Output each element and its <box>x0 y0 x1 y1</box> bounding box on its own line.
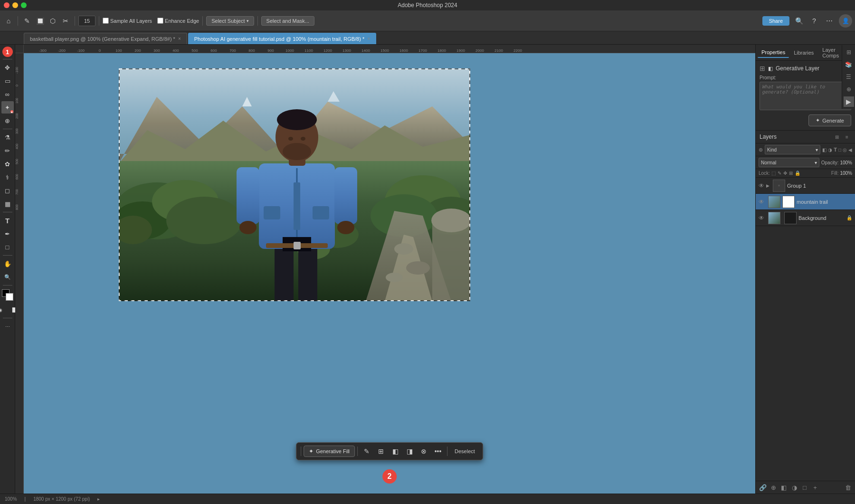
share-button[interactable]: Share <box>762 16 789 26</box>
layer-pixel-icon[interactable]: ◧ <box>822 147 826 152</box>
color-swatches[interactable] <box>2 289 13 301</box>
filter-dropdown[interactable]: Kind ▾ <box>765 145 820 154</box>
tool-option-2[interactable]: 🔲 <box>34 15 46 27</box>
angle-input[interactable]: 15 <box>78 16 95 26</box>
tool-option-1[interactable]: ✎ <box>21 15 33 27</box>
eraser-tool[interactable]: ◻ <box>1 184 14 197</box>
add-mask-button[interactable]: ◧ <box>779 483 788 492</box>
float-brush-tool[interactable]: ✎ <box>360 445 373 458</box>
lock-image-icon[interactable]: ✎ <box>778 171 781 176</box>
text-tool[interactable]: T <box>1 214 14 227</box>
enhance-edge-checkbox[interactable] <box>157 18 163 24</box>
tab-mountain[interactable]: Photoshop AI generative fill tutorial.ps… <box>188 33 376 44</box>
magic-wand-tool[interactable]: ✦ ● <box>1 101 14 114</box>
move-tool[interactable]: ✥ <box>1 61 14 74</box>
shape-tool[interactable]: □ <box>1 241 14 253</box>
marquee-tool[interactable]: ▭ <box>1 75 14 87</box>
gradient-tool[interactable]: ▦ <box>1 198 14 210</box>
float-transform-tool[interactable]: ⊞ <box>374 445 388 458</box>
home-button[interactable]: ⌂ <box>3 15 14 27</box>
healing-tool[interactable]: ⚕ <box>1 171 14 183</box>
fill-value[interactable]: 100% <box>840 171 852 176</box>
generate-button[interactable]: ✦ Generate <box>808 114 851 126</box>
select-subject-button[interactable]: Select Subject ▾ <box>206 16 254 26</box>
float-gradient-tool[interactable]: ◨ <box>403 445 416 458</box>
layers-collapse-btn[interactable]: ≡ <box>843 133 851 141</box>
opacity-value[interactable]: 100% <box>840 160 852 165</box>
layer-group-1[interactable]: 👁 ▶ ▫ Group 1 <box>756 178 855 194</box>
prompt-input[interactable] <box>760 82 851 110</box>
layer-text-icon[interactable]: T <box>834 147 837 152</box>
delete-layer-button[interactable]: 🗑 <box>844 483 852 492</box>
create-adj-layer-button[interactable]: ◑ <box>790 483 798 492</box>
blend-mode-dropdown[interactable]: Normal ▾ <box>759 158 819 167</box>
layer-mountain-trail[interactable]: 👁 mountain trail <box>756 194 855 210</box>
canvas-content[interactable]: ✦ Generative Fill ✎ ⊞ ◧ ◨ ⊗ ••• Deselect… <box>24 53 755 494</box>
new-layer-button[interactable]: + <box>811 483 819 492</box>
layer-shape-icon[interactable]: □ <box>838 147 841 152</box>
layer-smart-icon[interactable]: ◎ <box>843 147 847 152</box>
float-filter-tool[interactable]: ⊗ <box>417 445 430 458</box>
background-visibility-icon[interactable]: 👁 <box>759 215 766 221</box>
lasso-tool[interactable]: ∞ <box>1 88 14 100</box>
minimize-button[interactable] <box>12 2 18 8</box>
right-panel: ⊞ 📚 ☰ ⊕ ▶ Properties Libraries Layer Com… <box>755 45 855 494</box>
tab-mountain-close[interactable]: × <box>367 36 370 41</box>
layer-background[interactable]: 👁 Background 🔒 <box>756 210 855 226</box>
quick-mask-button[interactable]: ◉ <box>0 304 7 316</box>
enhance-edge-label[interactable]: Enhance Edge <box>165 18 199 24</box>
float-more-button[interactable]: ••• <box>431 445 445 458</box>
window-controls[interactable] <box>4 2 27 8</box>
add-layer-style-button[interactable]: ⊕ <box>769 483 778 492</box>
zoom-level[interactable]: 100% <box>5 496 17 502</box>
panel-icon-1[interactable]: ⊞ <box>844 47 854 57</box>
new-group-button[interactable]: □ <box>800 483 809 492</box>
layer-adj-icon[interactable]: ◑ <box>828 147 832 152</box>
sample-all-layers-checkbox[interactable] <box>103 18 109 24</box>
mountain-trail-visibility-icon[interactable]: 👁 <box>759 199 766 205</box>
prompt-label: Prompt: <box>760 75 851 80</box>
status-arrow[interactable]: ▸ <box>97 496 100 502</box>
avatar[interactable]: 👤 <box>839 14 852 28</box>
filter-toggle[interactable]: ◀ <box>848 147 852 152</box>
panel-icon-4[interactable]: ⊕ <box>844 84 854 95</box>
panel-icon-2[interactable]: 📚 <box>844 59 854 70</box>
select-mask-button[interactable]: Select and Mask... <box>261 16 315 26</box>
lock-artboard-icon[interactable]: ⊞ <box>789 171 793 176</box>
lock-transparent-icon[interactable]: ⬚ <box>771 171 776 176</box>
generative-fill-button[interactable]: ✦ Generative Fill <box>304 446 355 457</box>
tab-libraries[interactable]: Libraries <box>790 48 817 57</box>
lock-position-icon[interactable]: ✥ <box>783 171 787 176</box>
tool-separator-6 <box>3 318 12 318</box>
deselect-button[interactable]: Deselect <box>450 447 480 456</box>
search-button[interactable]: 🔍 <box>793 15 805 27</box>
layer-group-visibility-icon[interactable]: 👁 <box>759 182 766 189</box>
close-button[interactable] <box>4 2 10 8</box>
panel-icon-3[interactable]: ☰ <box>844 72 854 82</box>
tab-basketball-close[interactable]: × <box>178 36 181 41</box>
tab-properties[interactable]: Properties <box>758 48 789 58</box>
tool-option-3[interactable]: ⬡ <box>47 15 58 27</box>
clone-stamp-tool[interactable]: ✿ <box>1 158 14 170</box>
sample-all-layers-label[interactable]: Sample All Layers <box>110 18 152 24</box>
background-color[interactable] <box>6 293 13 301</box>
pen-tool[interactable]: ✒ <box>1 228 14 240</box>
crop-tool[interactable]: ⊕ <box>1 114 14 127</box>
maximize-button[interactable] <box>21 2 27 8</box>
tab-basketball[interactable]: basketball player.png @ 100% (Generative… <box>24 33 187 44</box>
more-button[interactable]: ⋯ <box>824 15 835 27</box>
layers-filter-btn[interactable]: ⊞ <box>833 133 841 141</box>
eyedropper-tool[interactable]: ⚗ <box>1 131 14 143</box>
zoom-tool[interactable]: 🔍 <box>1 271 14 283</box>
tool-option-4[interactable]: ✂ <box>60 15 71 27</box>
lock-all-icon[interactable]: 🔒 <box>795 171 800 176</box>
layer-link-button[interactable]: 🔗 <box>759 483 767 492</box>
group-expand-arrow[interactable]: ▶ <box>766 183 770 188</box>
brush-tool[interactable]: ✏ <box>1 144 14 157</box>
panel-play-button[interactable]: ▶ <box>844 96 854 107</box>
float-mask-tool[interactable]: ◧ <box>389 445 402 458</box>
hand-tool[interactable]: ✋ <box>1 257 14 270</box>
extra-tools-button[interactable]: ⋯ <box>1 320 14 333</box>
ruler-mark-900: 900 <box>261 48 280 53</box>
help-button[interactable]: ? <box>808 15 820 27</box>
